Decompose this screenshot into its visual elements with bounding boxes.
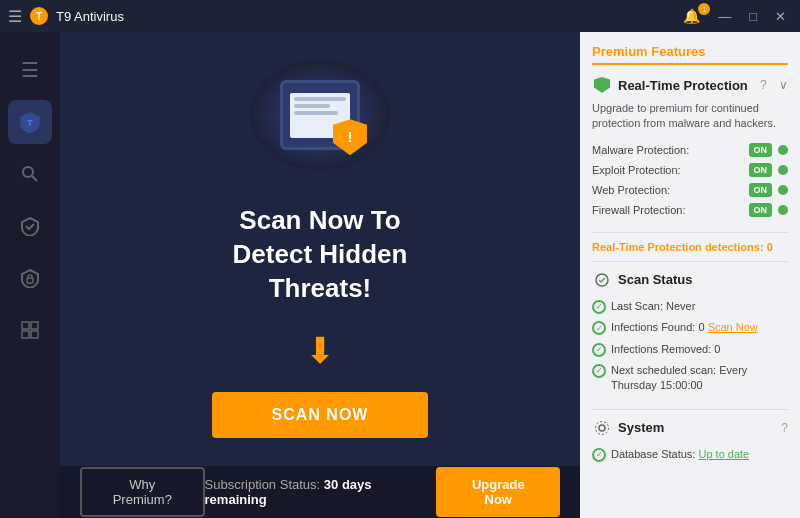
sidebar-item-lock[interactable] <box>8 256 52 300</box>
malware-protection-row: Malware Protection: ON <box>592 140 788 160</box>
web-protection-row: Web Protection: ON <box>592 180 788 200</box>
scan-illustration: ! <box>240 60 400 180</box>
svg-rect-7 <box>31 331 38 338</box>
check-shield-icon <box>20 216 40 236</box>
web-status: ON <box>749 183 773 197</box>
rtp-help-icon[interactable]: ? <box>760 78 767 92</box>
sidebar-item-grid[interactable] <box>8 308 52 352</box>
detection-count: Real-Time Protection detections: 0 <box>592 241 788 253</box>
app-title: T9 Antivirus <box>56 9 124 24</box>
divider-3 <box>592 409 788 410</box>
system-section: System ? Database Status: Up to date <box>592 418 788 465</box>
why-premium-button[interactable]: Why Premium? <box>80 467 205 517</box>
firewall-protection-label: Firewall Protection: <box>592 204 686 216</box>
down-arrow-icon: ⬇ <box>305 330 335 372</box>
svg-rect-5 <box>31 322 38 329</box>
title-bar-left: ☰ T T9 Antivirus <box>8 7 124 26</box>
sidebar-item-search[interactable] <box>8 152 52 196</box>
notification-count: 1 <box>698 3 710 15</box>
firewall-toggle[interactable]: ON <box>749 203 789 217</box>
notification-badge[interactable]: 🔔 1 <box>677 7 706 25</box>
firewall-protection-row: Firewall Protection: ON <box>592 200 788 220</box>
web-protection-label: Web Protection: <box>592 184 670 196</box>
infections-found-check <box>592 321 606 335</box>
db-status-item: Database Status: Up to date <box>592 444 788 465</box>
svg-point-1 <box>23 167 33 177</box>
exploit-protection-label: Exploit Protection: <box>592 164 681 176</box>
firewall-dot <box>778 205 788 215</box>
title-bar: ☰ T T9 Antivirus 🔔 1 — □ ✕ <box>0 0 800 32</box>
infections-removed-check <box>592 343 606 357</box>
scan-headline: Scan Now To Detect Hidden Threats! <box>233 204 408 305</box>
sidebar-item-check[interactable] <box>8 204 52 248</box>
main-layout: ☰ T <box>0 32 800 518</box>
next-scan-item: Next scheduled scan: Every Thursday 15:0… <box>592 360 788 397</box>
malware-toggle[interactable]: ON <box>749 143 789 157</box>
detection-value: 0 <box>767 241 773 253</box>
shield-active-icon: T <box>19 111 41 133</box>
infections-removed-label: Infections Removed: 0 <box>611 342 720 357</box>
app-icon: T <box>30 7 48 25</box>
system-icon <box>592 418 612 438</box>
web-dot <box>778 185 788 195</box>
scan-now-button[interactable]: SCAN NOW <box>212 392 429 438</box>
window-controls: 🔔 1 — □ ✕ <box>677 7 792 26</box>
svg-point-9 <box>599 425 605 431</box>
maximize-button[interactable]: □ <box>743 7 763 26</box>
main-panel: ! Scan Now To Detect Hidden Threats! ⬇ S… <box>60 32 580 466</box>
system-title: System <box>618 420 664 435</box>
premium-features-title: Premium Features <box>592 44 788 65</box>
rtp-collapse-icon[interactable]: ∨ <box>779 78 788 92</box>
headline-line1: Scan Now To <box>239 205 400 235</box>
monitor-graphic: ! <box>280 80 360 150</box>
search-icon <box>20 164 40 184</box>
rtp-title: Real-Time Protection <box>618 78 748 93</box>
malware-status: ON <box>749 143 773 157</box>
infections-found-label: Infections Found: 0 Scan Now <box>611 320 758 335</box>
web-toggle[interactable]: ON <box>749 183 789 197</box>
svg-rect-4 <box>22 322 29 329</box>
real-time-protection-section: Real-Time Protection ? ∨ Upgrade to prem… <box>592 75 788 220</box>
lock-shield-icon <box>20 268 40 288</box>
exploit-status: ON <box>749 163 773 177</box>
db-status-link[interactable]: Up to date <box>698 448 749 460</box>
right-panel: Premium Features Real-Time Protection ? … <box>580 32 800 518</box>
minimize-button[interactable]: — <box>712 7 737 26</box>
upgrade-now-button[interactable]: Upgrade Now <box>436 467 560 517</box>
close-button[interactable]: ✕ <box>769 7 792 26</box>
last-scan-item: Last Scan: Never <box>592 296 788 317</box>
svg-line-2 <box>32 176 37 181</box>
headline-line3: Threats! <box>269 273 372 303</box>
exploit-dot <box>778 165 788 175</box>
exploit-protection-row: Exploit Protection: ON <box>592 160 788 180</box>
last-scan-label: Last Scan: Never <box>611 299 695 314</box>
sidebar: ☰ T <box>0 32 60 518</box>
divider-1 <box>592 232 788 233</box>
menu-icon[interactable]: ☰ <box>8 7 22 26</box>
exploit-toggle[interactable]: ON <box>749 163 789 177</box>
next-scan-check <box>592 364 606 378</box>
rtp-icon <box>592 75 612 95</box>
firewall-status: ON <box>749 203 773 217</box>
subscription-text: Subscription Status: <box>205 477 321 492</box>
detection-label: Real-Time Protection detections: <box>592 241 764 253</box>
subscription-status: Subscription Status: 30 days remaining <box>205 477 437 507</box>
scan-status-section: Scan Status Last Scan: Never Infections … <box>592 270 788 397</box>
scan-status-icon <box>592 270 612 290</box>
sidebar-item-shield[interactable]: T <box>8 100 52 144</box>
divider-2 <box>592 261 788 262</box>
system-help-icon[interactable]: ? <box>781 421 788 435</box>
svg-text:T: T <box>27 118 33 128</box>
malware-protection-label: Malware Protection: <box>592 144 689 156</box>
sidebar-item-menu[interactable]: ☰ <box>8 48 52 92</box>
rtp-description: Upgrade to premium for continued protect… <box>592 101 788 132</box>
svg-rect-3 <box>27 278 33 283</box>
infections-removed-item: Infections Removed: 0 <box>592 339 788 360</box>
infections-found-item: Infections Found: 0 Scan Now <box>592 317 788 338</box>
svg-point-10 <box>596 421 609 434</box>
scan-status-title: Scan Status <box>618 272 692 287</box>
warning-shield-badge: ! <box>333 119 369 155</box>
headline-line2: Detect Hidden <box>233 239 408 269</box>
scan-now-link[interactable]: Scan Now <box>708 321 758 333</box>
grid-icon <box>20 320 40 340</box>
